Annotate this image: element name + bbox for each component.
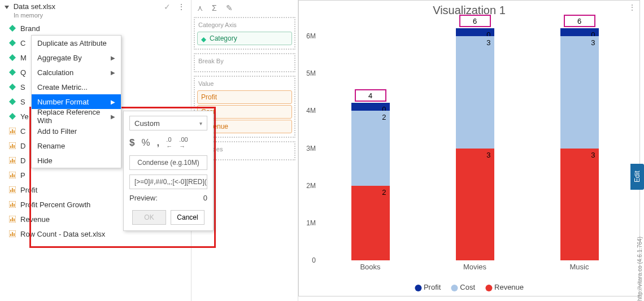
legend: Profit Cost Revenue [415, 283, 524, 291]
decrease-decimal-icon[interactable]: .0← [166, 136, 172, 150]
y-tick-label: 4M [301, 107, 318, 115]
y-tick-label: 1M [301, 219, 318, 227]
metric-icon [9, 230, 16, 237]
y-tick-label: 3M [301, 145, 318, 152]
dataset-actions[interactable]: ✓ ⋮ [164, 2, 185, 11]
legend-item-cost[interactable]: Cost [451, 283, 475, 291]
cancel-button[interactable]: Cancel [171, 210, 204, 225]
preview-value: 0 [203, 194, 207, 202]
svg-rect-17 [12, 159, 13, 163]
percent-icon[interactable]: % [141, 137, 150, 149]
revenue-segment: 3 [456, 149, 494, 260]
diamond-icon [9, 40, 16, 46]
more-icon[interactable]: ⋮ [177, 2, 185, 11]
x-tick-label: Music [570, 263, 589, 271]
x-tick-label: Movies [463, 263, 486, 271]
highlighter-icon[interactable]: ✎ [226, 3, 233, 12]
value-label: Value [197, 79, 292, 89]
dataset-title: Data set.xlsx [14, 2, 55, 11]
diamond-icon [9, 25, 16, 32]
svg-rect-24 [10, 190, 11, 192]
menu-item-aggregate-by[interactable]: Aggregate By▶ [32, 50, 121, 65]
svg-rect-14 [14, 145, 15, 148]
submenu-arrow-icon: ▶ [111, 55, 115, 61]
number-format-popup: Custom ▾ $ % , .0← .00→ Condense (e.g.10… [123, 111, 214, 231]
value-token[interactable]: Profit [197, 90, 292, 104]
svg-rect-30 [14, 204, 15, 207]
profit-segment: 0 [351, 103, 390, 111]
context-menu: Duplicate as AttributeAggregate By▶Calcu… [31, 35, 121, 168]
chart-menu-icon[interactable]: ⋮ [628, 3, 636, 12]
svg-rect-25 [12, 188, 13, 192]
category-axis-label: Category Axis [197, 20, 292, 30]
menu-item-replace-reference-with[interactable]: Replace Reference With▶ [32, 109, 121, 124]
increase-decimal-icon[interactable]: .00→ [179, 136, 188, 150]
format-code-input[interactable]: [>=0]#,##0,,;[<-0][RED](#,# [129, 175, 207, 189]
submenu-arrow-icon: ▶ [111, 69, 115, 76]
dataset-header[interactable]: Data set.xlsx [5, 2, 184, 11]
menu-item-add-to-filter[interactable]: Add to Filter [32, 124, 121, 138]
sigma-icon[interactable]: Σ [212, 3, 217, 12]
filter-icon[interactable]: ⋏ [197, 3, 203, 12]
svg-rect-10 [14, 130, 15, 133]
menu-item-rename[interactable]: Rename [32, 138, 121, 153]
plot-area: 01M2M3M4M5M6MBooks0224Movies0336Music033… [318, 29, 632, 260]
bar-stack[interactable]: 022 [351, 103, 390, 260]
ok-button[interactable]: OK [132, 210, 166, 225]
svg-marker-1 [9, 40, 16, 46]
svg-marker-5 [9, 98, 16, 105]
metric-icon [9, 128, 16, 134]
edit-button[interactable]: Edit [630, 164, 644, 190]
condense-button[interactable]: Condense (e.g.10M) [129, 155, 207, 170]
legend-item-revenue[interactable]: Revenue [485, 283, 524, 291]
menu-item-number-format[interactable]: Number Format▶ [32, 94, 121, 109]
svg-rect-12 [10, 146, 11, 148]
check-icon[interactable]: ✓ [164, 2, 171, 11]
profit-segment: 0 [560, 28, 599, 36]
svg-marker-3 [9, 69, 16, 76]
cost-segment: 3 [456, 36, 494, 148]
metric-icon [9, 142, 16, 149]
diamond-icon [9, 84, 16, 90]
menu-item-hide[interactable]: Hide [32, 153, 121, 168]
diamond-icon [9, 54, 16, 61]
svg-rect-37 [12, 232, 13, 236]
category-token[interactable]: Category [197, 32, 292, 45]
currency-icon[interactable]: $ [129, 137, 134, 149]
total-label: 6 [459, 15, 491, 27]
collapse-icon[interactable] [5, 6, 9, 9]
submenu-arrow-icon: ▶ [111, 99, 115, 105]
svg-rect-33 [12, 217, 13, 221]
svg-rect-9 [12, 129, 13, 133]
bar-stack[interactable]: 033 [560, 28, 599, 260]
submenu-arrow-icon: ▶ [111, 114, 115, 120]
legend-item-profit[interactable]: Profit [415, 283, 441, 291]
break-by-label: Break By [197, 56, 292, 67]
svg-marker-2 [9, 54, 16, 61]
menu-item-duplicate-as-attribute[interactable]: Duplicate as Attribute [32, 36, 121, 50]
revenue-segment: 3 [560, 149, 599, 260]
y-tick-label: 5M [301, 69, 318, 77]
diamond-icon [9, 113, 16, 120]
metric-icon [9, 186, 16, 193]
revenue-segment: 2 [351, 186, 390, 260]
diamond-icon [9, 69, 16, 76]
svg-marker-6 [9, 113, 16, 120]
diamond-icon [9, 98, 16, 105]
menu-item-create-metric-[interactable]: Create Metric... [32, 80, 121, 94]
profit-segment: 0 [456, 28, 494, 36]
svg-rect-29 [12, 203, 13, 207]
metric-icon [9, 201, 16, 208]
chart-panel: Visualization 1 ⋮ 01M2M3M4M5M6MBooks0224… [298, 0, 640, 296]
svg-rect-26 [14, 189, 15, 192]
y-tick-label: 2M [301, 182, 318, 190]
y-tick-label: 0 [301, 256, 318, 264]
svg-rect-18 [14, 160, 15, 163]
bar-stack[interactable]: 033 [456, 28, 494, 260]
comma-icon[interactable]: , [157, 137, 160, 149]
format-type-select[interactable]: Custom ▾ [129, 116, 207, 130]
attribute-item[interactable]: Brand [6, 21, 189, 36]
svg-rect-34 [14, 219, 15, 221]
format-type-value: Custom [134, 119, 160, 128]
menu-item-calculation[interactable]: Calculation▶ [32, 65, 121, 80]
